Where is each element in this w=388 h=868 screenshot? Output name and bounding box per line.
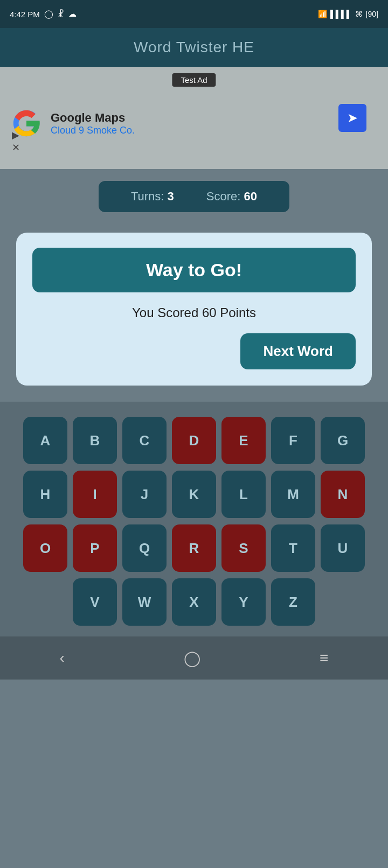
key-p[interactable]: P (73, 524, 117, 572)
time-display: 4:42 PM (10, 10, 40, 19)
key-a[interactable]: A (23, 417, 67, 464)
ad-banner[interactable]: Test Ad Google Maps Cloud 9 Smoke Co. ➤ … (0, 67, 388, 169)
key-g[interactable]: G (321, 417, 365, 464)
keyboard-row-0: ABCDEFG (23, 417, 365, 464)
modal-card: Way to Go! You Scored 60 Points Next Wor… (16, 233, 372, 386)
usb-icon: ☧ (58, 9, 64, 19)
next-word-button[interactable]: Next Word (240, 333, 356, 369)
ad-close-icons: ▶ ✕ (12, 130, 20, 154)
ad-row: Google Maps Cloud 9 Smoke Co. ➤ (0, 97, 388, 139)
key-j[interactable]: J (122, 471, 167, 518)
key-n[interactable]: N (321, 471, 365, 518)
keyboard-row-3: VWXYZ (73, 578, 315, 626)
key-k[interactable]: K (172, 471, 216, 518)
key-x[interactable]: X (172, 578, 216, 626)
key-v[interactable]: V (73, 578, 117, 626)
key-s[interactable]: S (221, 524, 266, 572)
key-f[interactable]: F (271, 417, 315, 464)
ad-sub-text: Cloud 9 Smoke Co. (51, 125, 135, 136)
modal-score-text: You Scored 60 Points (132, 305, 256, 320)
key-z[interactable]: Z (271, 578, 315, 626)
key-b[interactable]: B (73, 417, 117, 464)
key-m[interactable]: M (271, 471, 315, 518)
ad-label: Test Ad (172, 73, 216, 87)
key-e[interactable]: E (221, 417, 266, 464)
score-stat: Score: 60 (206, 190, 257, 204)
modal-overlay: Way to Go! You Scored 60 Points Next Wor… (0, 222, 388, 402)
ad-x-icon: ✕ (12, 142, 20, 154)
key-q[interactable]: Q (122, 524, 167, 572)
key-h[interactable]: H (23, 471, 67, 518)
home-button[interactable]: ◯ (184, 649, 200, 667)
key-y[interactable]: Y (221, 578, 266, 626)
key-d[interactable]: D (172, 417, 216, 464)
modal-title: Way to Go! (146, 260, 242, 280)
vibrate-icon: 📶 (318, 10, 327, 18)
app-header: Word Twister HE (0, 28, 388, 67)
key-c[interactable]: C (122, 417, 167, 464)
signal-icon: ▌▌▌▌ (330, 10, 352, 18)
ad-company-name: Google Maps (51, 111, 135, 125)
status-left: 4:42 PM ◯ ☧ ☁ (10, 9, 77, 19)
score-value: 60 (244, 190, 257, 203)
modal-title-box: Way to Go! (32, 248, 356, 292)
key-w[interactable]: W (122, 578, 167, 626)
stats-bar: Turns: 3 Score: 60 (0, 169, 388, 222)
ad-content: Google Maps Cloud 9 Smoke Co. (11, 108, 135, 139)
keyboard-row-1: HIJKLMN (23, 471, 365, 518)
keyboard-area: ABCDEFGHIJKLMNOPQRSTUVWXYZ (0, 402, 388, 636)
wifi-icon: ⌘ (355, 10, 363, 18)
back-button[interactable]: ‹ (60, 649, 65, 667)
menu-button[interactable]: ≡ (320, 649, 328, 667)
turns-value: 3 (168, 190, 174, 203)
ad-arrow-button[interactable]: ➤ (338, 104, 366, 132)
status-right: 📶 ▌▌▌▌ ⌘ [90] (318, 10, 378, 18)
key-l[interactable]: L (221, 471, 266, 518)
ad-text-group: Google Maps Cloud 9 Smoke Co. (51, 111, 135, 136)
ad-play-icon: ▶ (12, 130, 20, 142)
key-r[interactable]: R (172, 524, 216, 572)
key-i[interactable]: I (73, 471, 117, 518)
key-t[interactable]: T (271, 524, 315, 572)
stats-box: Turns: 3 Score: 60 (99, 181, 289, 212)
cloud-icon: ☁ (68, 9, 77, 19)
battery-icon: [90] (366, 10, 378, 18)
key-o[interactable]: O (23, 524, 67, 572)
nav-bar: ‹ ◯ ≡ (0, 636, 388, 680)
whatsapp-icon: ◯ (44, 9, 53, 19)
app-title: Word Twister HE (134, 39, 254, 56)
key-u[interactable]: U (321, 524, 365, 572)
keyboard-row-2: OPQRSTU (23, 524, 365, 572)
status-bar: 4:42 PM ◯ ☧ ☁ 📶 ▌▌▌▌ ⌘ [90] (0, 0, 388, 28)
turns-stat: Turns: 3 (131, 190, 174, 204)
